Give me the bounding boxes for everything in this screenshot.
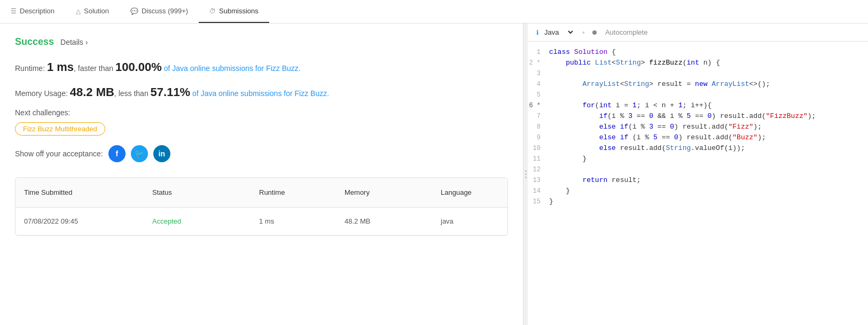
code-line-8: 8 else if(i % 3 == 0) result.add("Fizz")… bbox=[528, 122, 868, 132]
result-header: Success Details › bbox=[15, 36, 508, 47]
share-label: Show off your acceptance: bbox=[15, 149, 103, 158]
language-select[interactable]: Java Python C++ bbox=[542, 28, 575, 37]
next-challenges-label: Next challenges: bbox=[15, 108, 508, 117]
left-panel: Success Details › Runtime: 1 ms, faster … bbox=[0, 23, 523, 325]
submissions-icon: ⏱ bbox=[209, 7, 216, 15]
col-runtime: Runtime bbox=[251, 184, 336, 201]
details-link[interactable]: Details › bbox=[60, 38, 88, 46]
code-line-4: 4 ArrayList<String> result = new ArrayLi… bbox=[528, 79, 868, 90]
code-editor[interactable]: 1 class Solution { 2 * public List<Strin… bbox=[528, 42, 868, 325]
memory-stat: Memory Usage: 48.2 MB, less than 57.11% … bbox=[15, 83, 508, 101]
table-row: 07/08/2022 09:45 Accepted 1 ms 48.2 MB j… bbox=[15, 208, 507, 235]
cell-runtime: 1 ms bbox=[251, 210, 336, 233]
code-line-13: 13 return result; bbox=[528, 175, 868, 186]
runtime-stat: Runtime: 1 ms, faster than 100.00% of Ja… bbox=[15, 58, 508, 76]
code-line-10: 10 else result.add(String.valueOf(i)); bbox=[528, 143, 868, 154]
code-line-2: 2 * public List<String> fizzBuzz(int n) … bbox=[528, 58, 868, 68]
tab-description[interactable]: ☰ Description bbox=[0, 0, 65, 23]
cell-status[interactable]: Accepted bbox=[144, 210, 251, 233]
col-status: Status bbox=[144, 184, 251, 201]
code-line-15: 15 } bbox=[528, 196, 868, 207]
code-line-5: 5 bbox=[528, 90, 868, 100]
code-line-11: 11 } bbox=[528, 154, 868, 164]
share-row: Show off your acceptance: f 🐦 in bbox=[15, 145, 508, 162]
cell-language: java bbox=[432, 210, 507, 233]
facebook-share-button[interactable]: f bbox=[108, 145, 126, 162]
col-memory: Memory bbox=[336, 184, 432, 201]
cell-memory: 48.2 MB bbox=[336, 210, 432, 233]
code-line-3: 3 bbox=[528, 68, 868, 79]
col-language: Language bbox=[432, 184, 507, 201]
submissions-table: Time Submitted Status Runtime Memory Lan… bbox=[15, 177, 508, 236]
code-line-6: 6 * for(int i = 1; i < n + 1; i++){ bbox=[528, 100, 868, 111]
tabs-bar: ☰ Description △ Solution 💬 Discuss (999+… bbox=[0, 0, 868, 23]
twitter-share-button[interactable]: 🐦 bbox=[131, 145, 148, 162]
col-time-submitted: Time Submitted bbox=[15, 184, 144, 201]
description-icon: ☰ bbox=[11, 7, 17, 15]
main-layout: Success Details › Runtime: 1 ms, faster … bbox=[0, 23, 868, 325]
discuss-icon: 💬 bbox=[130, 7, 138, 15]
autocomplete-label: Autocomplete bbox=[605, 28, 648, 36]
language-selector-wrapper: ℹ Java Python C++ bbox=[536, 28, 575, 37]
success-status: Success bbox=[15, 36, 54, 47]
code-line-14: 14 } bbox=[528, 186, 868, 196]
autocomplete-dot bbox=[592, 30, 597, 35]
challenge-badge[interactable]: Fizz Buzz Multithreaded bbox=[15, 122, 105, 136]
tab-solution[interactable]: △ Solution bbox=[65, 0, 120, 23]
right-panel: ℹ Java Python C++ • Autocomplete 1 class… bbox=[528, 23, 868, 325]
language-icon: ℹ bbox=[536, 29, 539, 36]
editor-toolbar: ℹ Java Python C++ • Autocomplete bbox=[528, 23, 868, 42]
table-header: Time Submitted Status Runtime Memory Lan… bbox=[15, 178, 507, 208]
tab-submissions[interactable]: ⏱ Submissions bbox=[199, 0, 269, 23]
cell-time: 07/08/2022 09:45 bbox=[15, 210, 144, 233]
solution-icon: △ bbox=[76, 7, 81, 15]
code-line-12: 12 bbox=[528, 164, 868, 175]
code-line-1: 1 class Solution { bbox=[528, 47, 868, 58]
code-line-7: 7 if(i % 3 == 0 && i % 5 == 0) result.ad… bbox=[528, 111, 868, 122]
tab-discuss[interactable]: 💬 Discuss (999+) bbox=[120, 0, 199, 23]
linkedin-share-button[interactable]: in bbox=[153, 145, 170, 162]
code-line-9: 9 else if (i % 5 == 0) result.add("Buzz"… bbox=[528, 132, 868, 143]
panel-divider[interactable] bbox=[523, 23, 528, 325]
